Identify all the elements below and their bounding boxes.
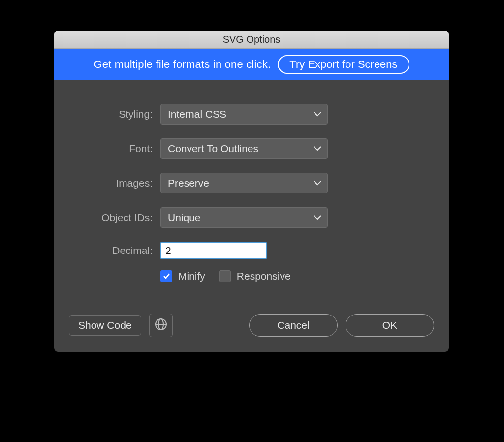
- object-ids-dropdown[interactable]: Unique: [160, 207, 328, 228]
- decimal-label: Decimal:: [69, 245, 153, 256]
- font-dropdown[interactable]: Convert To Outlines: [160, 138, 328, 159]
- web-preview-button[interactable]: [149, 314, 173, 337]
- dialog-body: Styling: Internal CSS Font: Convert To O…: [54, 80, 449, 352]
- responsive-checkbox[interactable]: [219, 270, 231, 282]
- cancel-button[interactable]: Cancel: [249, 314, 338, 337]
- minify-checkbox[interactable]: [160, 270, 172, 282]
- chevron-down-icon: [314, 112, 321, 117]
- ok-button[interactable]: OK: [346, 314, 434, 337]
- images-label: Images:: [69, 177, 153, 189]
- styling-label: Styling:: [69, 108, 153, 120]
- responsive-label: Responsive: [237, 270, 291, 282]
- dialog-footer: Show Code Cancel OK: [69, 314, 434, 337]
- svg-options-dialog: SVG Options Get multiple file formats in…: [54, 31, 449, 352]
- images-value: Preserve: [168, 177, 209, 189]
- object-ids-label: Object IDs:: [69, 212, 153, 223]
- dialog-title: SVG Options: [223, 34, 281, 45]
- decimal-input[interactable]: [160, 242, 267, 259]
- try-export-for-screens-button[interactable]: Try Export for Screens: [278, 55, 409, 74]
- styling-dropdown[interactable]: Internal CSS: [160, 104, 328, 125]
- styling-value: Internal CSS: [168, 108, 226, 120]
- globe-icon: [155, 318, 167, 333]
- promo-banner: Get multiple file formats in one click. …: [54, 49, 449, 80]
- banner-text: Get multiple file formats in one click.: [94, 58, 271, 71]
- font-value: Convert To Outlines: [168, 143, 258, 155]
- images-dropdown[interactable]: Preserve: [160, 173, 328, 193]
- checkbox-row: Minify Responsive: [160, 270, 328, 282]
- dialog-titlebar: SVG Options: [54, 31, 449, 49]
- options-form: Styling: Internal CSS Font: Convert To O…: [69, 104, 434, 282]
- decimal-field-wrap: [160, 242, 328, 259]
- minify-label: Minify: [178, 270, 205, 282]
- font-label: Font:: [69, 143, 153, 155]
- chevron-down-icon: [314, 181, 321, 186]
- object-ids-value: Unique: [168, 212, 201, 223]
- chevron-down-icon: [314, 146, 321, 151]
- chevron-down-icon: [314, 215, 321, 220]
- show-code-button[interactable]: Show Code: [69, 315, 141, 336]
